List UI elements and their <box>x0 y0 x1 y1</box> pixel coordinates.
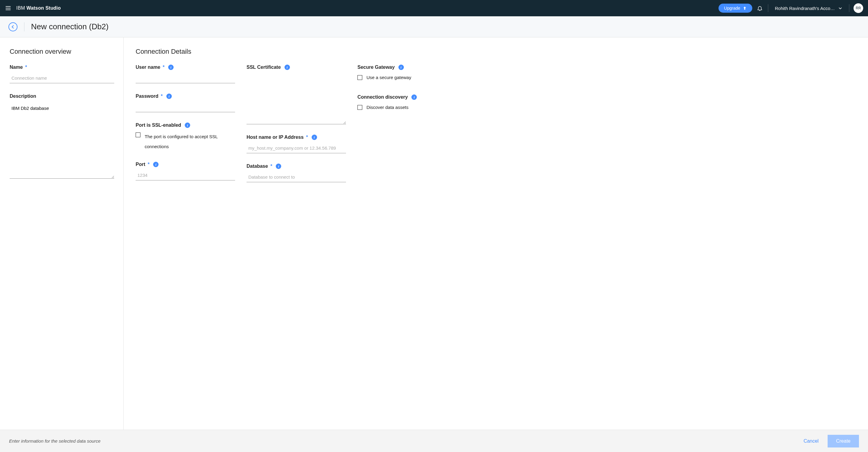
host-label-row: Host name or IP Address * i <box>247 135 346 140</box>
ssl-cert-textarea[interactable] <box>247 73 346 124</box>
required-indicator: * <box>306 135 308 140</box>
info-icon[interactable]: i <box>153 162 158 167</box>
arrow-left-icon <box>10 24 16 29</box>
ssl-enabled-field: Port is SSL-enabled i The port is config… <box>135 122 235 151</box>
description-field: Description <box>10 93 114 180</box>
port-label: Port <box>135 162 145 167</box>
ssl-cert-label-row: SSL Certificate i <box>247 64 346 70</box>
name-label-row: Name * <box>10 64 114 70</box>
discovery-label: Connection discovery <box>358 94 408 100</box>
page-subheader: New connection (Db2) <box>0 16 868 37</box>
password-label-row: Password * i <box>135 93 235 99</box>
account-selector[interactable]: Rohith Ravindranath's Accou… <box>770 0 848 16</box>
info-icon[interactable]: i <box>276 164 281 169</box>
ssl-cert-field: SSL Certificate i <box>247 64 346 125</box>
brand-name: Watson Studio <box>27 5 61 10</box>
required-indicator: * <box>270 164 272 169</box>
password-field: Password * i <box>135 93 235 112</box>
name-label: Name <box>10 64 23 70</box>
overview-section-title: Connection overview <box>10 48 114 56</box>
avatar[interactable]: RR <box>854 3 863 13</box>
bell-icon <box>757 5 763 11</box>
database-field: Database * i <box>247 164 346 182</box>
port-input[interactable] <box>135 170 235 180</box>
description-label-row: Description <box>10 93 114 99</box>
host-input[interactable] <box>247 143 346 153</box>
host-label: Host name or IP Address <box>247 135 304 140</box>
info-icon[interactable]: i <box>312 135 317 140</box>
discovery-label-row: Connection discovery i <box>358 94 442 100</box>
ssl-cert-label: SSL Certificate <box>247 64 281 70</box>
info-icon[interactable]: i <box>284 64 290 70</box>
password-input[interactable] <box>135 102 235 112</box>
checkbox-icon <box>358 105 362 110</box>
checkbox-icon <box>135 133 141 137</box>
required-indicator: * <box>148 162 150 167</box>
upgrade-label: Upgrade <box>724 6 740 10</box>
back-button[interactable] <box>8 22 18 31</box>
host-field: Host name or IP Address * i <box>247 135 346 153</box>
required-indicator: * <box>163 64 164 70</box>
page-title: New connection (Db2) <box>31 22 108 31</box>
details-section-title: Connection Details <box>135 48 856 56</box>
discovery-checkbox-label: Discover data assets <box>367 104 408 111</box>
details-col-2: SSL Certificate i Host name or IP Addres… <box>247 64 346 193</box>
global-header: IBM Watson Studio Upgrade Rohith Ravindr… <box>0 0 868 16</box>
upgrade-button[interactable]: Upgrade <box>718 4 752 13</box>
discovery-field: Connection discovery i Discover data ass… <box>358 94 442 111</box>
password-label: Password <box>135 93 158 99</box>
page-footer: Enter information for the selected data … <box>0 430 868 452</box>
name-field: Name * <box>10 64 114 83</box>
info-icon[interactable]: i <box>411 94 417 100</box>
checkbox-icon <box>358 75 362 80</box>
description-label: Description <box>10 93 36 99</box>
connection-overview-panel: Connection overview Name * Description <box>0 37 124 430</box>
cancel-button[interactable]: Cancel <box>802 435 820 447</box>
secure-gateway-label-row: Secure Gateway i <box>358 64 442 70</box>
create-button[interactable]: Create <box>828 435 859 448</box>
name-input[interactable] <box>10 73 114 83</box>
ssl-enabled-label-row: Port is SSL-enabled i <box>135 122 235 128</box>
info-icon[interactable]: i <box>398 64 404 70</box>
username-input[interactable] <box>135 73 235 83</box>
main-content: Connection overview Name * Description C… <box>0 37 868 430</box>
database-label-row: Database * i <box>247 164 346 169</box>
info-icon[interactable]: i <box>166 93 172 99</box>
brand-label: IBM Watson Studio <box>16 5 61 11</box>
details-col-3: Secure Gateway i Use a secure gateway Co… <box>358 64 442 121</box>
footer-hint: Enter information for the selected data … <box>9 439 101 444</box>
info-icon[interactable]: i <box>168 64 174 70</box>
details-grid: User name * i Password * i <box>135 64 856 193</box>
description-textarea[interactable] <box>10 103 114 179</box>
required-indicator: * <box>161 93 163 99</box>
details-col-1: User name * i Password * i <box>135 64 235 191</box>
required-indicator: * <box>25 64 27 70</box>
database-input[interactable] <box>247 172 346 182</box>
brand-prefix: IBM <box>16 5 27 10</box>
username-label: User name <box>135 64 160 70</box>
secure-gateway-checkbox-label: Use a secure gateway <box>367 74 411 81</box>
secure-gateway-field: Secure Gateway i Use a secure gateway <box>358 64 442 81</box>
info-icon[interactable]: i <box>185 122 190 128</box>
database-label: Database <box>247 164 268 169</box>
notifications-button[interactable] <box>752 0 767 16</box>
connection-details-panel: Connection Details User name * i Passwor… <box>124 37 868 430</box>
chevron-down-icon <box>838 6 842 10</box>
upgrade-arrow-icon <box>743 6 747 10</box>
username-label-row: User name * i <box>135 64 235 70</box>
header-separator <box>768 4 768 12</box>
footer-actions: Cancel Create <box>802 435 859 448</box>
account-name: Rohith Ravindranath's Accou… <box>775 6 835 11</box>
menu-button[interactable] <box>0 0 16 16</box>
hamburger-icon <box>5 5 11 11</box>
discovery-checkbox[interactable]: Discover data assets <box>358 104 442 111</box>
secure-gateway-checkbox[interactable]: Use a secure gateway <box>358 74 442 81</box>
header-separator <box>849 4 849 12</box>
port-label-row: Port * i <box>135 162 235 167</box>
ssl-enabled-label: Port is SSL-enabled <box>135 122 181 128</box>
ssl-enabled-checkbox-label: The port is configured to accept SSL con… <box>145 132 235 151</box>
secure-gateway-label: Secure Gateway <box>358 64 395 70</box>
username-field: User name * i <box>135 64 235 83</box>
port-field: Port * i <box>135 162 235 180</box>
ssl-enabled-checkbox[interactable]: The port is configured to accept SSL con… <box>135 132 235 151</box>
